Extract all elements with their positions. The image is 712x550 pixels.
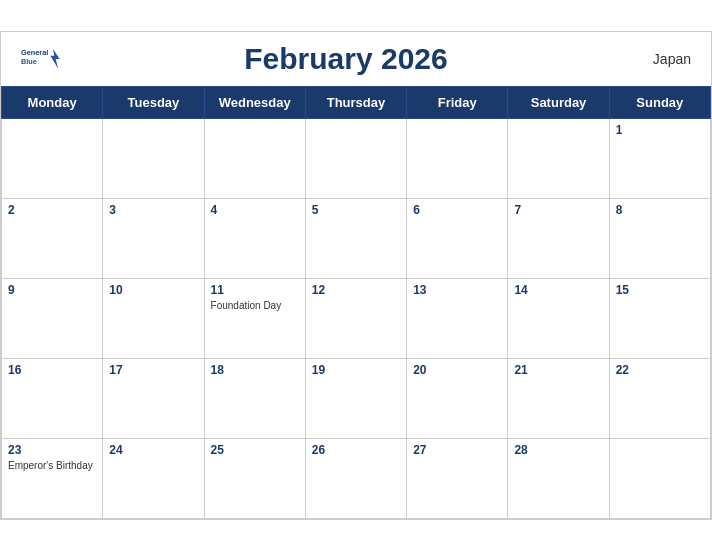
calendar-day-cell: [305, 118, 406, 198]
calendar-day-cell: [204, 118, 305, 198]
calendar-day-cell: [103, 118, 204, 198]
calendar-day-cell: 7: [508, 198, 609, 278]
calendar-day-cell: 3: [103, 198, 204, 278]
calendar-day-cell: 9: [2, 278, 103, 358]
calendar-day-cell: [2, 118, 103, 198]
svg-marker-2: [50, 49, 59, 69]
day-number: 5: [312, 203, 400, 217]
calendar-day-cell: 14: [508, 278, 609, 358]
calendar-day-cell: 16: [2, 358, 103, 438]
calendar-day-cell: 15: [609, 278, 710, 358]
header-monday: Monday: [2, 86, 103, 118]
day-number: 12: [312, 283, 400, 297]
calendar-day-cell: 4: [204, 198, 305, 278]
calendar-day-cell: 21: [508, 358, 609, 438]
calendar-day-cell: 6: [407, 198, 508, 278]
header-saturday: Saturday: [508, 86, 609, 118]
day-number: 24: [109, 443, 197, 457]
day-number: 10: [109, 283, 197, 297]
week-row-4: 16171819202122: [2, 358, 711, 438]
week-row-3: 91011Foundation Day12131415: [2, 278, 711, 358]
header-tuesday: Tuesday: [103, 86, 204, 118]
day-number: 22: [616, 363, 704, 377]
day-number: 20: [413, 363, 501, 377]
month-title: February 2026: [61, 42, 631, 76]
calendar-day-cell: 17: [103, 358, 204, 438]
calendar-day-cell: 19: [305, 358, 406, 438]
calendar-day-cell: 8: [609, 198, 710, 278]
calendar-day-cell: [508, 118, 609, 198]
day-number: 3: [109, 203, 197, 217]
calendar-day-cell: 22: [609, 358, 710, 438]
day-number: 2: [8, 203, 96, 217]
calendar-day-cell: 10: [103, 278, 204, 358]
weekday-header-row: Monday Tuesday Wednesday Thursday Friday…: [2, 86, 711, 118]
day-number: 13: [413, 283, 501, 297]
calendar-day-cell: 26: [305, 438, 406, 518]
country-label: Japan: [631, 51, 691, 67]
calendar-day-cell: 11Foundation Day: [204, 278, 305, 358]
day-number: 7: [514, 203, 602, 217]
logo-area: General Blue: [21, 45, 61, 73]
day-number: 25: [211, 443, 299, 457]
calendar-day-cell: [609, 438, 710, 518]
calendar-day-cell: 27: [407, 438, 508, 518]
header-wednesday: Wednesday: [204, 86, 305, 118]
header-thursday: Thursday: [305, 86, 406, 118]
holiday-name: Foundation Day: [211, 299, 299, 312]
calendar-header: General Blue February 2026 Japan: [1, 32, 711, 86]
day-number: 11: [211, 283, 299, 297]
day-number: 4: [211, 203, 299, 217]
calendar-day-cell: 20: [407, 358, 508, 438]
holiday-name: Emperor's Birthday: [8, 459, 96, 472]
day-number: 9: [8, 283, 96, 297]
calendar-day-cell: 1: [609, 118, 710, 198]
general-blue-logo: General Blue: [21, 45, 61, 73]
day-number: 6: [413, 203, 501, 217]
calendar-day-cell: 24: [103, 438, 204, 518]
day-number: 16: [8, 363, 96, 377]
day-number: 19: [312, 363, 400, 377]
calendar-day-cell: 13: [407, 278, 508, 358]
calendar-day-cell: 23Emperor's Birthday: [2, 438, 103, 518]
calendar-container: General Blue February 2026 Japan Monday …: [0, 31, 712, 520]
day-number: 14: [514, 283, 602, 297]
calendar-day-cell: 18: [204, 358, 305, 438]
week-row-5: 23Emperor's Birthday2425262728: [2, 438, 711, 518]
svg-text:General: General: [21, 48, 48, 57]
calendar-day-cell: 28: [508, 438, 609, 518]
header-sunday: Sunday: [609, 86, 710, 118]
calendar-day-cell: 2: [2, 198, 103, 278]
calendar-day-cell: 12: [305, 278, 406, 358]
calendar-day-cell: [407, 118, 508, 198]
day-number: 23: [8, 443, 96, 457]
svg-text:Blue: Blue: [21, 56, 37, 65]
day-number: 21: [514, 363, 602, 377]
calendar-day-cell: 25: [204, 438, 305, 518]
day-number: 1: [616, 123, 704, 137]
header-friday: Friday: [407, 86, 508, 118]
calendar-table: Monday Tuesday Wednesday Thursday Friday…: [1, 86, 711, 519]
calendar-day-cell: 5: [305, 198, 406, 278]
day-number: 28: [514, 443, 602, 457]
week-row-2: 2345678: [2, 198, 711, 278]
day-number: 18: [211, 363, 299, 377]
day-number: 8: [616, 203, 704, 217]
day-number: 27: [413, 443, 501, 457]
day-number: 15: [616, 283, 704, 297]
week-row-1: 1: [2, 118, 711, 198]
day-number: 17: [109, 363, 197, 377]
day-number: 26: [312, 443, 400, 457]
